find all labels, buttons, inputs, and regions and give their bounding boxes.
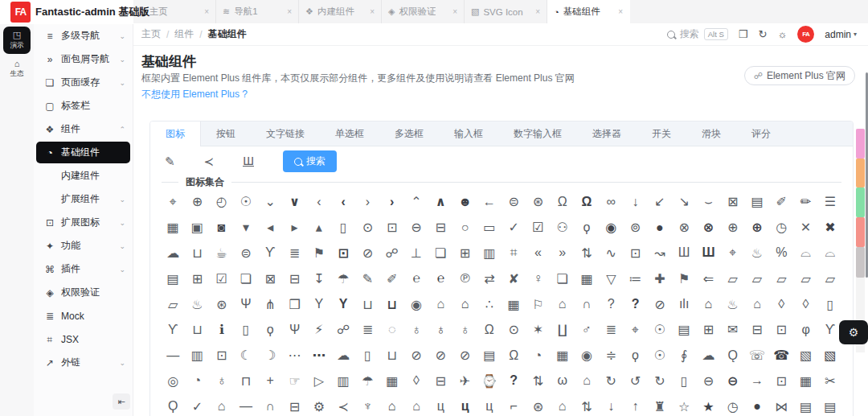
delete-filled-icon[interactable]: Ш: [696, 241, 720, 266]
finished-icon[interactable]: ≔: [623, 266, 647, 291]
sold-out-icon[interactable]: ⌂: [551, 393, 575, 416]
breadcrumb-item[interactable]: 组件: [174, 27, 194, 41]
house-icon[interactable]: ⌂: [745, 291, 769, 317]
briefcase-icon[interactable]: ▤: [745, 189, 769, 215]
select-icon[interactable]: ✓: [185, 393, 209, 416]
breadcrumb-item[interactable]: 主页: [141, 27, 161, 41]
document-add-icon[interactable]: ⊞: [185, 266, 209, 291]
sugar-icon[interactable]: ⋈: [769, 393, 793, 416]
more-filled-icon[interactable]: ⋯: [307, 343, 331, 369]
suitcase-icon[interactable]: ▤: [793, 393, 817, 416]
user-menu[interactable]: admin ▾: [825, 29, 857, 40]
moon-icon[interactable]: ☾: [234, 343, 258, 369]
place-icon[interactable]: ♁: [210, 369, 234, 394]
goblet-icon[interactable]: Y: [307, 291, 331, 317]
sidebar-item-权限验证[interactable]: ◈权限验证: [34, 281, 133, 304]
alarm-clock-icon[interactable]: ◴: [210, 189, 234, 215]
component-tab-数字输入框[interactable]: 数字输入框: [498, 122, 577, 146]
data-board-icon[interactable]: ⊡: [623, 241, 647, 266]
ice-cream-square-icon[interactable]: ▯: [818, 291, 842, 317]
component-tab-图标[interactable]: 图标: [150, 122, 201, 146]
search-button[interactable]: 搜索: [283, 150, 337, 172]
suitcase-line-icon[interactable]: ▤: [818, 393, 842, 416]
search-icon[interactable]: Ϙ: [161, 393, 185, 416]
comment-icon[interactable]: ⊡: [331, 241, 355, 266]
circle-plus-icon[interactable]: ⊕: [721, 215, 745, 241]
picture-icon[interactable]: ▧: [793, 343, 817, 369]
chat-line-square-icon[interactable]: ⊟: [428, 215, 452, 241]
info-filled-icon[interactable]: ℹ: [210, 317, 234, 343]
ice-cream-icon[interactable]: ◊: [769, 291, 793, 317]
pie-chart-icon[interactable]: ◔: [185, 369, 209, 394]
bowl-icon[interactable]: ⌣: [696, 189, 720, 215]
caret-left-icon[interactable]: ◂: [258, 215, 282, 241]
football-icon[interactable]: ⊛: [210, 291, 234, 317]
shopping-trolley-icon[interactable]: ц: [477, 393, 502, 416]
delete-icon[interactable]: Ш: [672, 241, 696, 266]
circle-close-filled-icon[interactable]: ⊗: [696, 215, 720, 241]
document-icon[interactable]: ▤: [161, 266, 185, 291]
close-icon[interactable]: ×: [535, 7, 540, 16]
top-tab-SVG Icon[interactable]: ▧SVG Icon×: [465, 0, 547, 23]
rail-item-演示[interactable]: ◳演示: [3, 27, 31, 54]
dish-dot-icon[interactable]: ⌓: [818, 241, 842, 266]
chicken-icon[interactable]: ϙ: [575, 215, 599, 241]
smoking-icon[interactable]: ⌐: [502, 393, 526, 416]
data-line-icon[interactable]: ↝: [648, 241, 672, 266]
arrow-left-icon[interactable]: ‹: [307, 189, 331, 215]
check-icon[interactable]: ✓: [502, 215, 526, 241]
rank-icon[interactable]: ⇅: [526, 369, 550, 394]
fold-icon[interactable]: ⇐: [696, 266, 720, 291]
refresh-right-icon[interactable]: ↻: [648, 369, 672, 394]
full-screen-icon[interactable]: ❒: [282, 291, 306, 317]
sidebar-item-扩展图标[interactable]: ⊡扩展图标⌄: [34, 211, 133, 234]
fries-icon[interactable]: ⋔: [258, 291, 282, 317]
component-tab-开关[interactable]: 开关: [637, 122, 686, 146]
caret-right-icon[interactable]: ▸: [282, 215, 306, 241]
goods-icon[interactable]: ⌂: [428, 291, 452, 317]
histogram-icon[interactable]: ılı: [672, 291, 696, 317]
location-filled-icon[interactable]: ♁: [428, 317, 452, 343]
circle-check-icon[interactable]: ⊚: [623, 215, 647, 241]
lightning-icon[interactable]: ⚡: [307, 317, 331, 343]
handbag-icon[interactable]: ⌂: [551, 291, 575, 317]
odometer-icon[interactable]: ◔: [526, 343, 550, 369]
sidebar-item-组件[interactable]: ❖组件⌃: [34, 117, 133, 141]
refresh-icon[interactable]: ↻: [599, 369, 623, 394]
no-smoking-icon[interactable]: ⊘: [452, 343, 477, 369]
eleme-filled-icon[interactable]: ℮: [428, 266, 452, 291]
share-icon[interactable]: ≺: [331, 393, 355, 416]
star-icon[interactable]: ☆: [672, 393, 696, 416]
folder-icon[interactable]: ▱: [721, 266, 745, 291]
setting-icon[interactable]: ⚙: [307, 393, 331, 416]
top-tab-导航1[interactable]: ≋导航1×: [216, 0, 299, 23]
sidebar-item-标签栏[interactable]: ▢标签栏: [34, 94, 133, 117]
picture-rounded-icon[interactable]: ◎: [161, 369, 185, 394]
coordinate-icon[interactable]: ⊥: [404, 241, 428, 266]
add-location-icon[interactable]: ⌖: [161, 189, 185, 215]
reading-icon[interactable]: ω: [551, 369, 575, 394]
ice-drink-icon[interactable]: ϒ: [161, 317, 185, 343]
component-tab-选择器[interactable]: 选择器: [577, 122, 637, 146]
component-tab-文字链接[interactable]: 文字链接: [251, 122, 320, 146]
more-icon[interactable]: ⋯: [282, 343, 306, 369]
gold-medal-icon[interactable]: ◉: [404, 291, 428, 317]
lock-icon[interactable]: Ω: [477, 317, 502, 343]
refresh-left-icon[interactable]: ↺: [623, 369, 647, 394]
mouse-icon[interactable]: ▯: [355, 343, 379, 369]
arrow-left-bold-icon[interactable]: ‹: [331, 189, 355, 215]
arrow-right-icon[interactable]: ›: [355, 189, 379, 215]
document-remove-icon[interactable]: ⊟: [282, 266, 306, 291]
camera-filled-icon[interactable]: ◙: [210, 215, 234, 241]
sort-down-icon[interactable]: ↓: [599, 393, 623, 416]
folder-delete-icon[interactable]: ▱: [793, 266, 817, 291]
close-icon[interactable]: ✕: [793, 215, 817, 241]
sell-icon[interactable]: ⌂: [210, 393, 234, 416]
collection-icon[interactable]: ≣: [282, 241, 306, 266]
sort-icon[interactable]: ⇅: [575, 393, 599, 416]
stamp-icon[interactable]: ♜: [648, 393, 672, 416]
collection-tag-icon[interactable]: ⚑: [307, 241, 331, 266]
film-icon[interactable]: ▦: [575, 266, 599, 291]
guide-icon[interactable]: ⚐: [526, 291, 550, 317]
dessert-icon[interactable]: ♨: [745, 241, 769, 266]
